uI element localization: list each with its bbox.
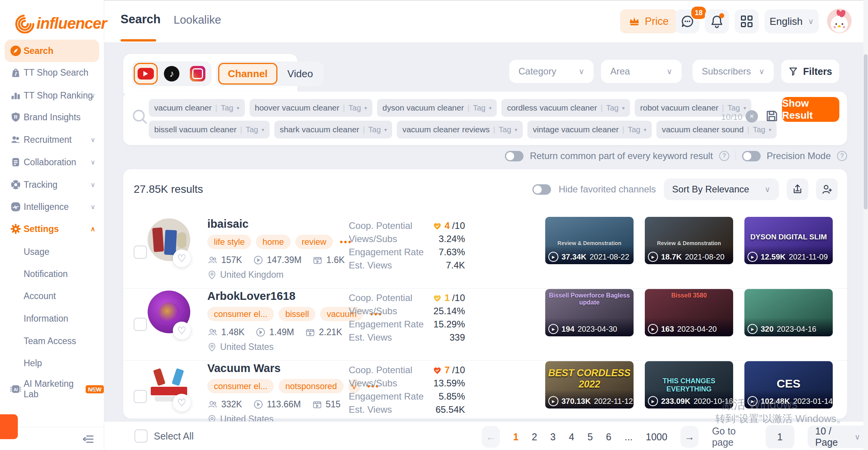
platform-instagram[interactable] — [186, 63, 210, 85]
video-thumbnail[interactable]: ▶3202023-04-16 — [744, 289, 833, 336]
favorite-button[interactable]: ♡ — [173, 322, 191, 339]
subscribers-dropdown[interactable]: Subscribers ∨ — [692, 60, 774, 83]
channel-name[interactable]: ibaisaic — [207, 218, 248, 230]
scrollbar-thumb[interactable] — [864, 54, 868, 209]
precision-mode-toggle[interactable] — [742, 151, 761, 161]
filters-button[interactable]: Filters — [781, 60, 839, 83]
sidebar-item-intelligence[interactable]: Intelligence ∨ — [0, 196, 104, 218]
language-selector[interactable]: English ∨ — [765, 9, 819, 33]
keyword-pill[interactable]: vintage vacuum cleaner|Tag▾ — [527, 121, 652, 138]
next-page-button[interactable]: → — [680, 426, 699, 448]
tag-dropdown[interactable]: Tag — [348, 104, 361, 112]
favorite-button[interactable]: ♡ — [173, 394, 191, 412]
hide-favorited-toggle[interactable] — [532, 184, 551, 195]
video-thumbnail[interactable]: DYSON DIGITAL SLIM ▶12.59K2021-11-09 — [744, 217, 833, 264]
sidebar-item-help[interactable]: Help — [0, 352, 104, 374]
tab-lookalike[interactable]: Lookalike — [174, 14, 221, 26]
category-dropdown[interactable]: Category ∨ — [509, 60, 594, 83]
tag-dropdown[interactable]: Tag — [628, 125, 640, 134]
channel-name[interactable]: ArbokLover1618 — [207, 290, 295, 303]
page-number[interactable]: 1 — [513, 431, 518, 443]
keyword-pill[interactable]: hoover vacuum cleaner|Tag▾ — [250, 99, 373, 117]
add-contact-button[interactable] — [816, 178, 838, 200]
page-number[interactable]: 3 — [550, 431, 556, 443]
channel-tag[interactable]: home — [256, 235, 290, 249]
video-thumbnail[interactable]: BEST CORDLESS 2022 ▶370.13K2022-11-12 — [545, 361, 634, 408]
video-thumbnail[interactable]: Review & Demonstration ▶18.7K2021-08-20 — [645, 217, 733, 264]
keyword-pill[interactable]: dyson vacuum cleaner|Tag▾ — [377, 99, 497, 117]
keyword-pill[interactable]: shark vacuum cleaner|Tag▾ — [274, 121, 393, 138]
save-search-button[interactable] — [765, 109, 779, 125]
sidebar-item-settings[interactable]: Settings ∧ — [0, 218, 104, 240]
platform-tiktok[interactable]: ♪ — [160, 63, 184, 85]
sidebar-item-recruitment[interactable]: Recruitment ∨ — [0, 128, 104, 151]
apps-grid-button[interactable] — [735, 9, 759, 33]
row-checkbox[interactable] — [134, 318, 147, 331]
sidebar-item-collaboration[interactable]: Collaboration ∨ — [0, 151, 104, 173]
channel-tag[interactable]: notsponsored — [279, 379, 343, 393]
page-number[interactable]: 2 — [532, 431, 537, 443]
page-number[interactable]: 5 — [587, 431, 593, 443]
sort-dropdown[interactable]: Sort By Relevance ∨ — [664, 178, 779, 200]
tag-dropdown[interactable]: Tag — [499, 125, 511, 134]
video-thumbnail[interactable]: Bissell Powerforce Bagless update ▶19420… — [545, 289, 634, 336]
keyword-pill[interactable]: vacuum cleaner sound|Tag▾ — [656, 121, 777, 138]
tag-dropdown[interactable]: Tag — [221, 104, 233, 112]
video-thumbnail[interactable]: THIS CHANGES EVERYTHING ▶233.09K2020-10-… — [645, 361, 733, 408]
tag-dropdown[interactable]: Tag — [246, 125, 258, 134]
tag-dropdown[interactable]: Tag — [606, 104, 618, 112]
favorite-button[interactable]: ♡ — [173, 249, 191, 267]
channel-tag[interactable]: life style — [207, 235, 251, 249]
common-part-toggle[interactable] — [505, 151, 524, 161]
area-dropdown[interactable]: Area ∨ — [601, 60, 682, 83]
notifications-button[interactable] — [705, 9, 729, 33]
clear-keywords-button[interactable]: ✕ — [746, 110, 758, 123]
sidebar-item-tt-shop-ranking[interactable]: TT Shop Ranking ∨ — [0, 84, 104, 107]
keyword-pill[interactable]: cordless vacuum cleaner|Tag▾ — [501, 99, 630, 117]
app-logo[interactable]: influencer — [15, 13, 107, 33]
channel-tag[interactable]: consumer el... — [207, 379, 274, 393]
page-scrollbar[interactable] — [863, 0, 868, 450]
show-result-button[interactable]: Show Result — [782, 97, 839, 122]
sidebar-item-tt-shop-search[interactable]: TT Shop Search — [0, 61, 104, 84]
row-checkbox[interactable] — [134, 390, 147, 403]
messages-button[interactable]: 18 — [675, 9, 699, 33]
prev-page-button[interactable]: ← — [482, 426, 500, 448]
export-button[interactable] — [787, 178, 808, 200]
channel-name[interactable]: Vacuum Wars — [207, 362, 281, 375]
sidebar-item-brand-insights[interactable]: R Brand Insights — [0, 106, 104, 128]
page-number[interactable]: 1000 — [646, 431, 668, 443]
page-ellipsis[interactable]: ... — [625, 431, 633, 443]
sidebar-item-tracking[interactable]: Tracking ∨ — [0, 173, 104, 196]
page-number[interactable]: 4 — [569, 431, 574, 443]
per-page-dropdown[interactable]: 10 / Page ∨ — [808, 426, 868, 448]
chat-widget-button[interactable] — [0, 414, 18, 439]
sidebar-item-notification[interactable]: Notification — [0, 263, 104, 285]
video-thumbnail[interactable]: Bissell 3580 ▶1632023-04-20 — [645, 289, 733, 336]
tab-search[interactable]: Search — [121, 12, 160, 26]
collapse-sidebar-icon[interactable] — [81, 433, 97, 446]
platform-youtube[interactable] — [134, 63, 158, 85]
mode-channel[interactable]: Channel — [218, 63, 277, 85]
sidebar-item-search[interactable]: Search — [5, 40, 99, 62]
sidebar-item-account[interactable]: Account — [0, 285, 104, 307]
select-all-checkbox[interactable] — [134, 429, 148, 443]
help-circle-icon[interactable]: ? — [837, 151, 847, 161]
sidebar-item-usage[interactable]: Usage — [0, 241, 104, 263]
keyword-pill[interactable]: vacuum cleaner reviews|Tag▾ — [397, 121, 523, 138]
keyword-pill[interactable]: bissell vacuum cleaner|Tag▾ — [149, 121, 270, 138]
mode-video[interactable]: Video — [279, 63, 322, 85]
tag-dropdown[interactable]: Tag — [473, 104, 486, 112]
help-circle-icon[interactable]: ? — [719, 151, 729, 161]
video-thumbnail[interactable]: Review & Demonstration ▶37.34K2021-08-22 — [545, 217, 634, 264]
page-number[interactable]: 6 — [606, 431, 611, 443]
tag-dropdown[interactable]: Tag — [753, 125, 765, 134]
user-avatar[interactable] — [827, 9, 852, 33]
tag-dropdown[interactable]: Tag — [369, 125, 381, 134]
tag-dropdown[interactable]: Tag — [727, 104, 740, 112]
sidebar-item-team-access[interactable]: Team Access — [0, 330, 104, 352]
goto-page-input[interactable] — [766, 425, 794, 448]
sidebar-item-ai-marketing-lab[interactable]: AI AI Marketing Lab NEW ∨ — [0, 378, 104, 400]
row-checkbox[interactable] — [134, 246, 147, 259]
price-button[interactable]: Price — [620, 9, 677, 33]
